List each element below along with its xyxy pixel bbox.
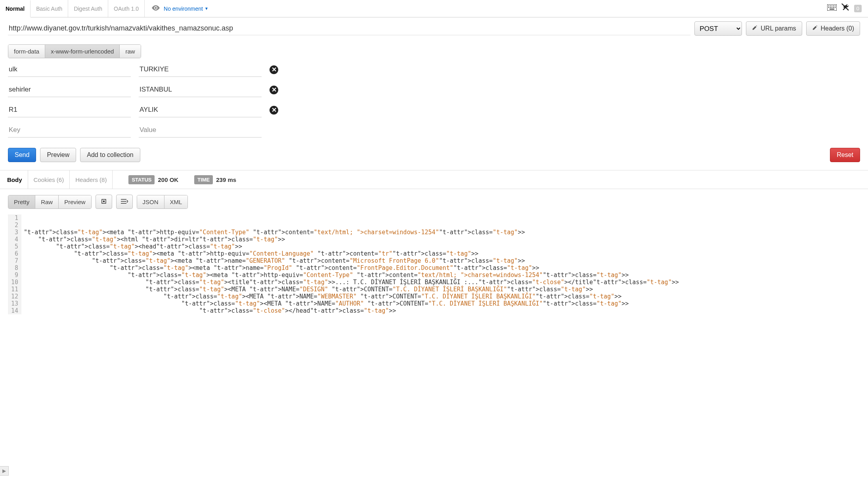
topbar-right: 0 [827,4,868,13]
response-code: 1234567891011121314 "t-attr">class="t-ta… [0,214,868,322]
edit-icon [812,25,818,32]
copy-button[interactable] [96,195,112,209]
svg-rect-3 [832,6,832,6]
tab-digest-auth[interactable]: Digest Auth [68,0,108,17]
delete-param-button[interactable]: ✕ [270,106,278,115]
view-preview[interactable]: Preview [59,195,91,208]
edit-icon [752,25,757,32]
environment-label: No environment [164,6,203,12]
view-mode-row: Pretty Raw Preview JSON XML [0,189,868,214]
body-type-group: form-data x-www-form-urlencoded raw [8,44,141,58]
method-select[interactable]: POST [694,21,742,36]
svg-rect-1 [828,6,829,6]
body-type-form-data[interactable]: form-data [8,45,45,58]
code-content[interactable]: "t-attr">class="t-tag"><meta "t-attr">ht… [21,214,679,314]
tools-icon[interactable] [841,4,849,13]
param-value-input[interactable] [139,103,262,117]
svg-rect-8 [832,7,832,8]
keyboard-icon[interactable] [827,4,837,13]
close-icon: ✕ [271,66,277,73]
param-key-input[interactable] [8,62,131,77]
url-input[interactable] [8,22,690,35]
view-mode-group: Pretty Raw Preview [8,195,92,209]
counter-badge[interactable]: 0 [854,5,862,12]
eye-icon[interactable] [152,4,160,13]
body-type-urlencoded[interactable]: x-www-form-urlencoded [45,45,120,58]
tab-cookies[interactable]: Cookies (6) [28,170,70,189]
top-bar: Normal Basic Auth Digest Auth OAuth 1.0 … [0,0,868,17]
headers-button[interactable]: Headers (0) [806,21,860,36]
close-icon: ✕ [271,86,277,94]
svg-rect-7 [830,7,831,8]
param-row-empty [8,123,860,138]
param-key-input[interactable] [8,123,131,138]
tab-oauth[interactable]: OAuth 1.0 [108,0,145,17]
headers-label: Headers (0) [821,25,854,32]
svg-rect-11 [830,9,834,10]
line-gutter: 1234567891011121314 [8,214,21,314]
param-row: ✕ [8,82,860,97]
time-group: TIME 239 ms [194,175,236,184]
body-type-row: form-data x-www-form-urlencoded raw [0,37,868,62]
lang-group: JSON XML [137,195,188,209]
send-button[interactable]: Send [8,148,36,162]
param-value-input[interactable] [139,82,262,97]
body-type-raw[interactable]: raw [120,45,140,58]
tab-basic-auth[interactable]: Basic Auth [31,0,68,17]
svg-rect-9 [833,7,834,8]
time-label: TIME [194,175,213,184]
view-raw[interactable]: Raw [35,195,59,208]
preview-button[interactable]: Preview [40,148,76,162]
view-pretty[interactable]: Pretty [8,195,35,208]
delete-param-button[interactable]: ✕ [270,86,278,94]
svg-rect-6 [828,7,829,8]
param-row: ✕ [8,103,860,117]
param-value-input[interactable] [139,62,262,77]
lang-json[interactable]: JSON [137,195,164,208]
auth-tabs: Normal Basic Auth Digest Auth OAuth 1.0 [0,0,145,17]
delete-param-button[interactable]: ✕ [270,65,278,74]
response-tabs: Body Cookies (6) Headers (8) STATUS 200 … [0,170,868,189]
status-value: 200 OK [158,176,178,183]
param-key-input[interactable] [8,82,131,97]
status-group: STATUS 200 OK [128,175,178,184]
tab-body[interactable]: Body [2,170,28,189]
action-row: Send Preview Add to collection Reset [0,143,868,170]
wrap-toggle-button[interactable] [116,195,133,209]
svg-rect-2 [830,6,831,6]
param-row: ✕ [8,62,860,77]
environment-select[interactable]: No environment ▼ [164,6,208,12]
url-params-button[interactable]: URL params [746,21,802,36]
tab-normal[interactable]: Normal [0,0,31,17]
params-table: ✕ ✕ ✕ [0,62,868,138]
svg-rect-10 [835,7,835,8]
url-params-label: URL params [761,25,796,32]
status-label: STATUS [128,175,155,184]
time-value: 239 ms [216,176,236,183]
wrap-icon [121,199,128,205]
lang-xml[interactable]: XML [164,195,188,208]
param-key-input[interactable] [8,103,131,117]
tab-headers[interactable]: Headers (8) [70,170,113,189]
copy-icon [101,198,107,206]
request-row: POST URL params Headers (0) [0,17,868,37]
close-icon: ✕ [271,106,277,114]
svg-rect-5 [835,6,835,6]
add-collection-button[interactable]: Add to collection [80,148,140,162]
svg-rect-4 [833,6,834,6]
param-value-input[interactable] [139,123,262,138]
caret-down-icon: ▼ [205,6,208,11]
svg-rect-13 [103,201,105,202]
reset-button[interactable]: Reset [830,148,860,162]
